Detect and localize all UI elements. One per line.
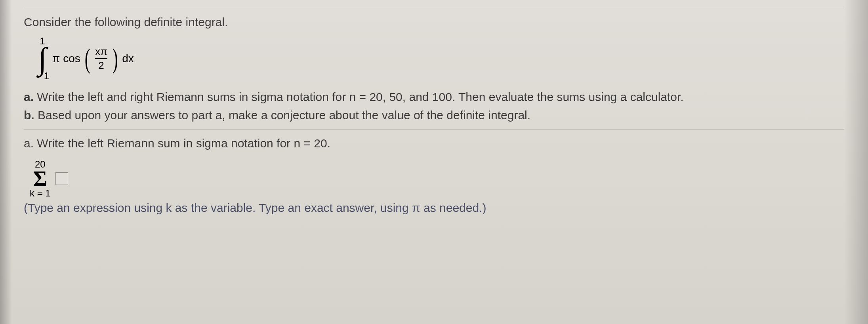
part-b: b. Based upon your answers to part a, ma… [24, 109, 844, 122]
right-paren-icon: ) [113, 48, 118, 70]
left-paren-icon: ( [84, 48, 90, 70]
part-b-text: Based upon your answers to part a, make … [34, 109, 530, 122]
part-a-label: a. [24, 90, 34, 103]
sub-a-label: a. [24, 137, 34, 150]
part-a-text: Write the left and right Riemann sums in… [34, 90, 684, 103]
top-divider [24, 8, 844, 8]
pi-cos: π cos [52, 52, 80, 65]
part-a: a. Write the left and right Riemann sums… [24, 90, 844, 104]
integral-symbol: 1 ∫ − 1 [36, 36, 49, 81]
fraction-numerator: xπ [95, 46, 107, 57]
sub-part-a: a. Write the left Riemann sum in sigma n… [24, 137, 844, 150]
answer-input-box[interactable] [55, 172, 68, 185]
sigma-expression: 20 Σ k = 1 [30, 160, 844, 198]
integral-sign-icon: ∫ [38, 46, 47, 71]
integral-lower-limit: − 1 [36, 71, 49, 81]
problem-prompt: Consider the following definite integral… [24, 15, 844, 29]
integrand: π cos ( xπ 2 ) dx [52, 46, 134, 71]
section-divider [24, 129, 844, 130]
part-b-label: b. [24, 109, 34, 122]
fraction: xπ 2 [95, 46, 107, 71]
sub-a-text: Write the left Riemann sum in sigma nota… [34, 137, 330, 150]
problem-page: Consider the following definite integral… [0, 0, 868, 324]
sigma-lower-limit: k = 1 [30, 189, 51, 198]
answer-hint: (Type an expression using k as the varia… [24, 201, 844, 215]
sigma-sign-icon: Σ [33, 169, 47, 189]
integral-expression: 1 ∫ − 1 π cos ( xπ 2 ) dx [36, 37, 844, 80]
sigma-symbol: 20 Σ k = 1 [30, 160, 51, 198]
fraction-bar [95, 58, 107, 59]
dx: dx [122, 52, 134, 65]
fraction-denominator: 2 [98, 60, 104, 71]
